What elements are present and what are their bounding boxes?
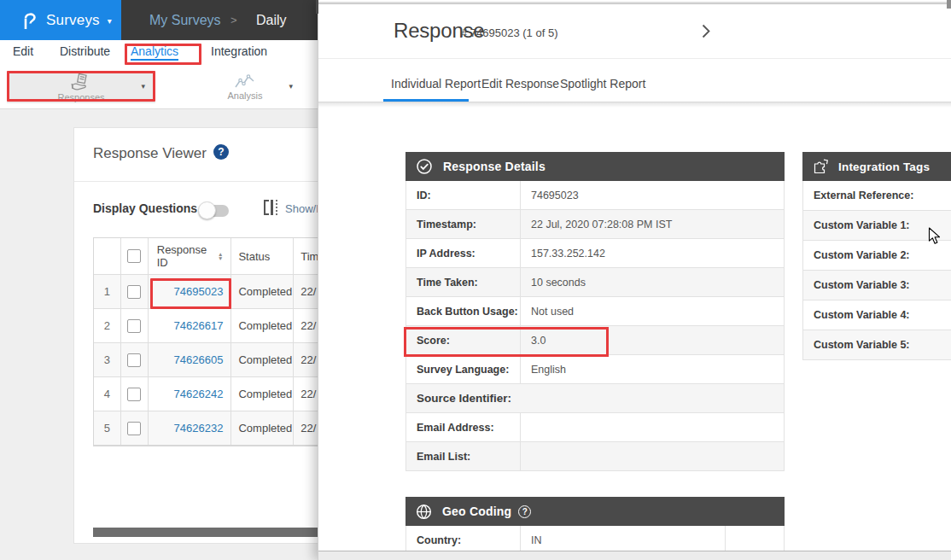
panel-edge-artifact (316, 0, 318, 14)
divider (74, 181, 337, 182)
status-cell: Completed (231, 343, 294, 376)
response-details-header: Response Details (405, 152, 785, 181)
annotation-box-response-id (150, 278, 231, 309)
menu-edit[interactable]: Edit (13, 44, 33, 58)
detail-row: Back Button Usage: Not used (405, 297, 785, 326)
product-name: Surveys (46, 12, 100, 29)
detail-row: Email List: (405, 442, 785, 471)
tab-spotlight-report[interactable]: Spotlight Report (560, 77, 645, 90)
divider (318, 58, 951, 59)
chevron-right-icon (702, 24, 710, 38)
menu-distribute[interactable]: Distribute (60, 44, 110, 58)
next-response-button[interactable] (702, 24, 710, 42)
response-id-link[interactable]: 74626605 (174, 353, 224, 366)
detail-row: Timestamp: 22 Jul, 2020 07:28:08 PM IST (405, 210, 785, 239)
mouse-cursor (928, 227, 941, 249)
panel-title: Integration Tags (838, 160, 930, 173)
annotation-box-analytics (125, 44, 201, 65)
status-cell: Completed (231, 411, 294, 445)
scrollbar-thumb[interactable] (947, 0, 951, 9)
puzzle-icon (813, 159, 830, 175)
breadcrumb-my-surveys[interactable]: My Surveys (149, 0, 221, 40)
detail-row: IP Address: 157.33.252.142 (405, 239, 785, 268)
table-row: 4 74626242 Completed 22/ (94, 377, 349, 411)
select-all-checkbox[interactable] (127, 249, 141, 263)
table-header-row: Response ID ▲▼ Status Tim (94, 238, 349, 275)
questionpro-logo-icon (22, 11, 38, 30)
response-viewer-title: Response Viewer (93, 145, 207, 162)
geo-coding-panel: Geo Coding ? Country: IN (405, 497, 785, 555)
table-row: 3 74626605 Completed 22/ (94, 343, 349, 377)
detail-row-source-identifier: Source Identifier: (405, 384, 785, 413)
app-header: Surveys ▾ My Surveys > Daily (0, 0, 324, 40)
table-row: 2 74626617 Completed 22/ (94, 309, 349, 343)
breadcrumb-separator: > (230, 0, 237, 40)
breadcrumb-current-survey: Daily (256, 0, 287, 40)
response-id-link[interactable]: 74626232 (174, 422, 224, 435)
help-icon[interactable]: ? (518, 505, 531, 518)
horizontal-scrollbar[interactable] (93, 528, 338, 537)
row-checkbox[interactable] (127, 353, 141, 367)
row-checkbox[interactable] (127, 285, 141, 299)
product-switcher[interactable]: Surveys ▾ (0, 0, 121, 40)
row-checkbox[interactable] (127, 388, 141, 401)
toggle-knob (198, 201, 216, 219)
response-id-link[interactable]: 74626242 (174, 388, 224, 400)
surveys-app-page: Surveys ▾ My Surveys > Daily Edit Distri… (0, 0, 324, 560)
response-details-panel: Response Details ID: 74695023 Timestamp:… (405, 152, 785, 471)
status-cell: Completed (231, 377, 294, 411)
response-detail-overlay: Response # 74695023 (1 of 5) Individual … (318, 0, 951, 560)
status-cell: Completed (231, 275, 294, 308)
detail-row: Email Address: (405, 413, 785, 442)
response-viewer-card: Response Viewer ? Display Questions Show… (73, 127, 338, 544)
detail-row: ID: 74695023 (405, 181, 785, 210)
integration-tags-panel: Integration Tags External Reference: Cus… (802, 152, 951, 360)
overlay-top-rule (318, 2, 951, 4)
status-cell: Completed (231, 309, 294, 342)
annotation-box-score (404, 327, 609, 357)
globe-icon (416, 504, 432, 520)
show-hide-columns-icon[interactable] (264, 200, 277, 215)
chevron-down-icon[interactable]: ▾ (289, 82, 293, 90)
responses-table: Response ID ▲▼ Status Tim 1 74695023 Com… (93, 237, 349, 446)
row-checkbox[interactable] (127, 319, 141, 333)
bottom-scroll-strip[interactable] (318, 551, 951, 560)
tab-edit-response[interactable]: Edit Response (481, 77, 559, 90)
help-icon[interactable]: ? (213, 144, 229, 160)
row-checkbox[interactable] (127, 422, 141, 435)
tag-row: External Reference: (802, 181, 951, 211)
chevron-down-icon: ▾ (108, 15, 112, 26)
analysis-button[interactable]: Analysis ▾ (171, 71, 319, 103)
integration-tags-header: Integration Tags (802, 152, 951, 181)
analysis-button-label: Analysis (228, 90, 263, 101)
annotation-box-responses (7, 71, 155, 102)
check-circle-icon (416, 158, 433, 175)
screenshot-root: Surveys ▾ My Surveys > Daily Edit Distri… (0, 0, 951, 560)
display-questions-toggle[interactable] (200, 205, 229, 217)
table-row: 5 74626232 Completed 22/ (94, 411, 349, 446)
line-chart-icon (235, 74, 255, 90)
tag-row: Custom Variable 3: (802, 271, 951, 300)
menu-integration[interactable]: Integration (211, 44, 267, 58)
geo-coding-header: Geo Coding ? (405, 497, 785, 526)
sort-icon[interactable]: ▲▼ (218, 252, 223, 260)
column-header-status[interactable]: Status (231, 238, 294, 274)
tab-individual-report[interactable]: Individual Report (391, 77, 481, 90)
overlay-subtitle: # 74695023 (1 of 5) (461, 26, 557, 39)
divider-shadow (318, 102, 951, 108)
display-questions-label: Display Questions (93, 201, 197, 215)
breadcrumb: My Surveys > Daily (121, 0, 324, 40)
detail-row: Survey Language: English (405, 355, 785, 384)
tag-row: Custom Variable 4: (802, 300, 951, 330)
panel-title: Response Details (443, 160, 546, 173)
column-header-response-id[interactable]: Response ID ▲▼ (149, 238, 232, 274)
panel-title: Geo Coding (442, 505, 511, 518)
response-id-link[interactable]: 74626617 (174, 319, 224, 332)
tag-row: Custom Variable 5: (802, 330, 951, 360)
detail-row: Time Taken: 10 seconds (405, 268, 785, 297)
